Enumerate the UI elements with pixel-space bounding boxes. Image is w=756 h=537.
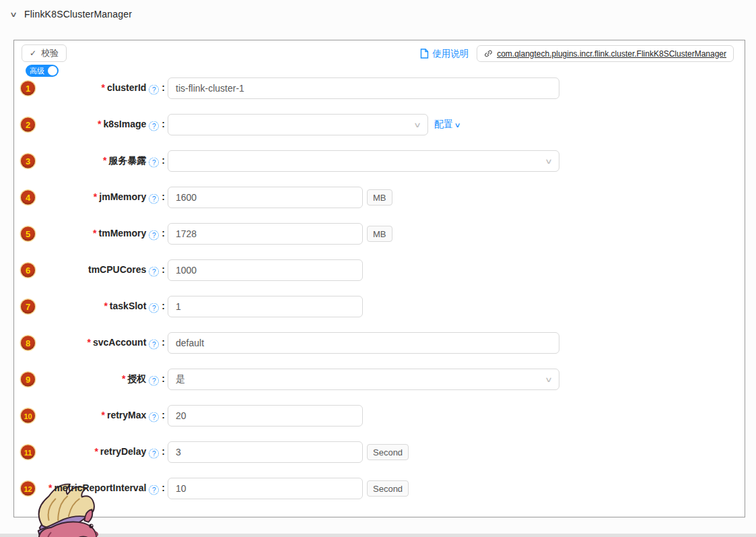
help-icon[interactable]: ? xyxy=(149,158,159,168)
field-control-cell: default xyxy=(168,332,559,354)
field-number-badge: 8 xyxy=(21,336,35,350)
plugin-class-link[interactable]: com.qlangtech.plugins.incr.flink.cluster… xyxy=(477,45,734,62)
field-control-cell: ∨ 配置 ∨ xyxy=(168,114,460,135)
field-label: metricReportInterval xyxy=(54,482,146,493)
field-value: default xyxy=(176,338,204,348)
field-label-cell: *clusterId?: xyxy=(14,82,165,95)
field-number-badge: 1 xyxy=(21,82,35,96)
field-control-cell: 10 Second xyxy=(168,478,409,499)
required-asterisk: * xyxy=(122,373,125,384)
field-control-cell: 1728 MB xyxy=(168,223,392,245)
field-label: retryMax xyxy=(107,410,146,420)
field-number-badge: 7 xyxy=(21,300,35,314)
field-input[interactable]: ∨ xyxy=(168,150,559,172)
page-title: FlinkK8SClusterManager xyxy=(24,9,132,20)
unit-tag: MB xyxy=(367,189,392,206)
config-link[interactable]: 配置 ∨ xyxy=(434,119,460,131)
help-icon[interactable]: ? xyxy=(149,267,159,277)
form-field-row: 11 *retryDelay?: 3 Second xyxy=(14,434,745,470)
usage-doc-link[interactable]: 使用说明 xyxy=(420,48,469,60)
field-input[interactable]: 20 xyxy=(168,405,363,427)
field-number-badge: 2 xyxy=(21,118,35,132)
field-label: 授权 xyxy=(127,373,146,384)
field-input[interactable]: 1000 xyxy=(168,259,363,281)
config-link-label: 配置 xyxy=(434,119,453,131)
validate-button[interactable]: ✓ 校验 xyxy=(22,44,67,62)
field-input[interactable]: 1 xyxy=(168,296,363,317)
field-label-cell: *k8sImage?: xyxy=(14,119,165,131)
field-control-cell: 1600 MB xyxy=(168,187,392,208)
unit-tag: Second xyxy=(367,444,409,460)
chevron-down-icon: ∨ xyxy=(454,121,461,129)
field-input[interactable]: tis-flink-cluster-1 xyxy=(168,77,559,99)
field-control-cell: 是 ∨ xyxy=(168,369,559,390)
help-icon[interactable]: ? xyxy=(149,485,159,495)
field-control-cell: tis-flink-cluster-1 xyxy=(168,77,559,99)
help-icon[interactable]: ? xyxy=(149,230,159,241)
field-number-badge: 4 xyxy=(21,191,35,205)
label-colon: : xyxy=(162,82,165,93)
field-number-badge: 10 xyxy=(21,409,35,423)
help-icon[interactable]: ? xyxy=(149,85,159,95)
field-input[interactable]: 1600 xyxy=(168,187,363,208)
help-icon[interactable]: ? xyxy=(149,121,159,131)
field-label: svcAccount xyxy=(93,337,146,348)
field-input[interactable]: default xyxy=(168,332,559,354)
help-icon[interactable]: ? xyxy=(149,376,159,386)
help-icon[interactable]: ? xyxy=(149,412,159,422)
field-value: 是 xyxy=(176,373,185,385)
field-label: retryDelay xyxy=(100,446,147,457)
field-control-cell: 1 xyxy=(168,296,363,317)
label-colon: : xyxy=(162,228,165,239)
document-icon xyxy=(420,49,429,59)
field-value: 3 xyxy=(176,447,181,457)
form-field-row: 6 tmCPUCores?: 1000 xyxy=(14,252,745,288)
field-label-cell: *taskSlot?: xyxy=(14,301,165,313)
field-label: jmMemory xyxy=(99,191,146,202)
field-control-cell: ∨ xyxy=(168,150,559,172)
field-label-cell: *retryDelay?: xyxy=(14,446,165,459)
field-input[interactable]: 10 xyxy=(168,478,363,499)
link-icon xyxy=(484,49,493,58)
form-field-row: 1 *clusterId?: tis-flink-cluster-1 xyxy=(14,70,745,106)
required-asterisk: * xyxy=(88,337,91,348)
label-colon: : xyxy=(162,155,165,166)
plugin-class-name: com.qlangtech.plugins.incr.flink.cluster… xyxy=(497,49,726,59)
form-field-row: 4 *jmMemory?: 1600 MB xyxy=(14,179,745,216)
help-icon[interactable]: ? xyxy=(149,449,159,459)
field-label-cell: *tmMemory?: xyxy=(14,228,165,241)
help-icon[interactable]: ? xyxy=(149,303,159,313)
required-asterisk: * xyxy=(102,410,105,420)
section-header[interactable]: ∨ FlinkK8SClusterManager xyxy=(11,9,132,20)
field-input[interactable]: 3 xyxy=(168,441,363,463)
form-field-row: 8 *svcAccount?: default xyxy=(14,325,745,361)
field-label: clusterId xyxy=(107,82,146,93)
form-field-row: 3 *服务暴露?: ∨ xyxy=(14,143,745,179)
field-input[interactable]: 是 ∨ xyxy=(168,369,559,390)
form-field-row: 7 *taskSlot?: 1 xyxy=(14,288,745,325)
field-value: 10 xyxy=(176,483,186,494)
plugin-form-panel: ✓ 校验 高级 使用说明 com.qlangtech.plugins.incr.… xyxy=(13,40,745,517)
label-colon: : xyxy=(162,119,165,129)
label-colon: : xyxy=(162,482,165,493)
field-label: tmMemory xyxy=(99,228,147,239)
check-icon: ✓ xyxy=(30,49,36,58)
field-label: k8sImage xyxy=(104,119,147,129)
form-rows: 1 *clusterId?: tis-flink-cluster-1 2 *k8… xyxy=(14,70,745,507)
unit-tag: MB xyxy=(367,226,392,242)
form-field-row: 5 *tmMemory?: 1728 MB xyxy=(14,216,745,252)
form-field-row: 9 *授权?: 是 ∨ xyxy=(14,361,745,398)
field-label: 服务暴露 xyxy=(108,155,146,166)
label-colon: : xyxy=(162,301,165,311)
collapse-chevron-icon[interactable]: ∨ xyxy=(9,10,18,19)
field-input[interactable]: 1728 xyxy=(168,223,363,245)
help-icon[interactable]: ? xyxy=(149,194,159,204)
chevron-down-icon: ∨ xyxy=(545,375,553,384)
label-colon: : xyxy=(162,446,165,457)
validate-button-label: 校验 xyxy=(41,47,59,59)
field-input[interactable]: ∨ xyxy=(168,114,428,135)
required-asterisk: * xyxy=(103,155,106,166)
required-asterisk: * xyxy=(98,119,101,129)
help-icon[interactable]: ? xyxy=(149,340,159,350)
field-number-badge: 12 xyxy=(21,482,35,496)
